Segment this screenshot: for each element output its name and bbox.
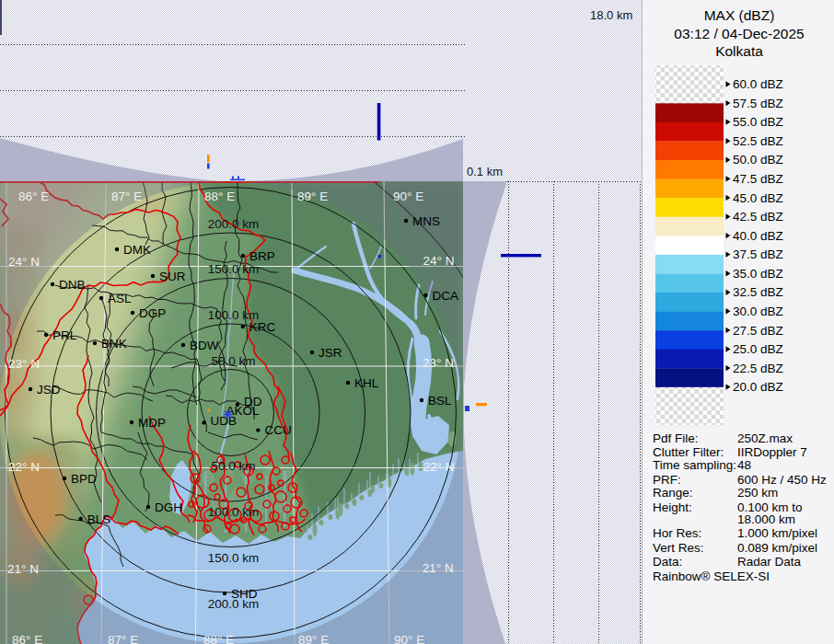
svg-text:DGP: DGP xyxy=(139,306,166,320)
svg-text:03:12 / 04-Dec-2025: 03:12 / 04-Dec-2025 xyxy=(674,26,804,41)
svg-text:150.0 km: 150.0 km xyxy=(208,262,260,276)
svg-text:35.0 dBZ: 35.0 dBZ xyxy=(733,267,783,281)
svg-text:600 Hz / 450 Hz: 600 Hz / 450 Hz xyxy=(737,473,827,487)
svg-text:0.1 km: 0.1 km xyxy=(467,165,503,178)
svg-text:40.0 dBZ: 40.0 dBZ xyxy=(733,229,783,243)
svg-text:88° E: 88° E xyxy=(203,633,234,644)
svg-text:24° N: 24° N xyxy=(8,255,40,269)
svg-text:MNS: MNS xyxy=(412,214,440,228)
svg-text:55.0 dBZ: 55.0 dBZ xyxy=(733,115,783,129)
svg-text:DNB: DNB xyxy=(59,278,86,292)
svg-text:Time sampling:: Time sampling: xyxy=(653,458,736,472)
svg-text:50.0 km: 50.0 km xyxy=(211,354,255,368)
svg-text:24° N: 24° N xyxy=(423,254,455,268)
svg-text:88° E: 88° E xyxy=(204,190,235,203)
svg-text:DGH: DGH xyxy=(155,500,182,514)
svg-text:37.5 dBZ: 37.5 dBZ xyxy=(733,247,783,261)
svg-text:47.5 dBZ: 47.5 dBZ xyxy=(733,172,783,186)
svg-text:57.5 dBZ: 57.5 dBZ xyxy=(733,97,783,110)
svg-text:200.0 km: 200.0 km xyxy=(208,217,260,231)
svg-text:22° N: 22° N xyxy=(8,460,40,474)
svg-text:PRL: PRL xyxy=(52,328,77,342)
svg-text:DMK: DMK xyxy=(123,243,151,257)
svg-text:32.5 dBZ: 32.5 dBZ xyxy=(733,285,783,299)
svg-text:48: 48 xyxy=(737,458,751,472)
svg-text:BDW: BDW xyxy=(190,339,219,352)
svg-text:ASL: ASL xyxy=(108,292,132,305)
svg-text:Range:: Range: xyxy=(653,486,693,500)
svg-text:30.0 dBZ: 30.0 dBZ xyxy=(733,305,783,318)
svg-text:60.0 dBZ: 60.0 dBZ xyxy=(733,77,783,91)
svg-text:MDP: MDP xyxy=(138,416,166,430)
svg-text:18.0 km: 18.0 km xyxy=(590,8,632,22)
svg-text:PRF:: PRF: xyxy=(653,473,681,487)
svg-text:BRP: BRP xyxy=(249,249,275,263)
svg-text:Vert Res:: Vert Res: xyxy=(653,541,704,555)
svg-text:1.000 km/pixel: 1.000 km/pixel xyxy=(737,526,817,540)
svg-text:Radar Data: Radar Data xyxy=(737,555,802,569)
svg-text:BPD: BPD xyxy=(71,472,97,486)
svg-text:50.0 km: 50.0 km xyxy=(211,459,255,473)
svg-text:90° E: 90° E xyxy=(394,633,424,644)
svg-text:87° E: 87° E xyxy=(111,190,142,203)
svg-text:90° E: 90° E xyxy=(393,190,423,203)
svg-text:89° E: 89° E xyxy=(298,633,329,644)
svg-text:BSL: BSL xyxy=(428,394,452,408)
svg-text:21° N: 21° N xyxy=(7,562,39,576)
svg-text:150.0 km: 150.0 km xyxy=(208,551,260,565)
svg-text:JSR: JSR xyxy=(319,346,342,360)
svg-text:22.5 dBZ: 22.5 dBZ xyxy=(733,362,783,375)
svg-text:23° N: 23° N xyxy=(423,356,454,370)
svg-text:Kolkata: Kolkata xyxy=(715,43,763,59)
svg-text:Hor Res:: Hor Res: xyxy=(653,526,701,540)
svg-text:Pdf File:: Pdf File: xyxy=(653,431,699,445)
svg-text:AKOL: AKOL xyxy=(226,404,261,418)
svg-text:27.5 dBZ: 27.5 dBZ xyxy=(733,324,783,338)
svg-text:DCA: DCA xyxy=(433,289,459,303)
svg-text:CCU: CCU xyxy=(264,423,291,437)
svg-text:Height:: Height: xyxy=(653,500,692,514)
svg-text:87° E: 87° E xyxy=(108,633,138,644)
svg-text:KHL: KHL xyxy=(354,376,379,390)
svg-text:250 km: 250 km xyxy=(737,486,778,500)
svg-text:52.5 dBZ: 52.5 dBZ xyxy=(733,134,783,148)
svg-text:20.0 dBZ: 20.0 dBZ xyxy=(733,380,783,394)
svg-text:Clutter Filter:: Clutter Filter: xyxy=(653,445,724,459)
svg-text:SUR: SUR xyxy=(159,270,186,283)
svg-text:0.089 km/pixel: 0.089 km/pixel xyxy=(737,541,817,555)
svg-text:BLS: BLS xyxy=(87,512,111,526)
svg-text:21° N: 21° N xyxy=(423,561,454,575)
svg-text:IIRDoppler 7: IIRDoppler 7 xyxy=(737,445,807,459)
svg-text:42.5 dBZ: 42.5 dBZ xyxy=(733,210,783,224)
svg-text:23° N: 23° N xyxy=(8,357,40,371)
svg-text:JSD: JSD xyxy=(37,383,61,397)
svg-text:25.0 dBZ: 25.0 dBZ xyxy=(733,342,783,356)
svg-text:22° N: 22° N xyxy=(423,460,455,474)
svg-text:89° E: 89° E xyxy=(297,190,328,203)
svg-text:86° E: 86° E xyxy=(18,190,49,203)
svg-text:KRC: KRC xyxy=(249,320,276,334)
svg-text:BNK: BNK xyxy=(101,337,127,351)
svg-text:Rainbow® SELEX-SI: Rainbow® SELEX-SI xyxy=(653,569,770,583)
svg-text:45.0 dBZ: 45.0 dBZ xyxy=(733,191,783,205)
svg-text:250Z.max: 250Z.max xyxy=(737,431,793,445)
svg-text:18.000 km: 18.000 km xyxy=(737,512,795,526)
svg-text:50.0 dBZ: 50.0 dBZ xyxy=(733,153,783,167)
svg-text:100.0 km: 100.0 km xyxy=(208,505,260,519)
svg-text:MAX (dBZ): MAX (dBZ) xyxy=(704,7,775,23)
svg-text:SHD: SHD xyxy=(231,587,258,601)
svg-text:86° E: 86° E xyxy=(12,633,42,644)
svg-text:Data:: Data: xyxy=(653,555,682,569)
